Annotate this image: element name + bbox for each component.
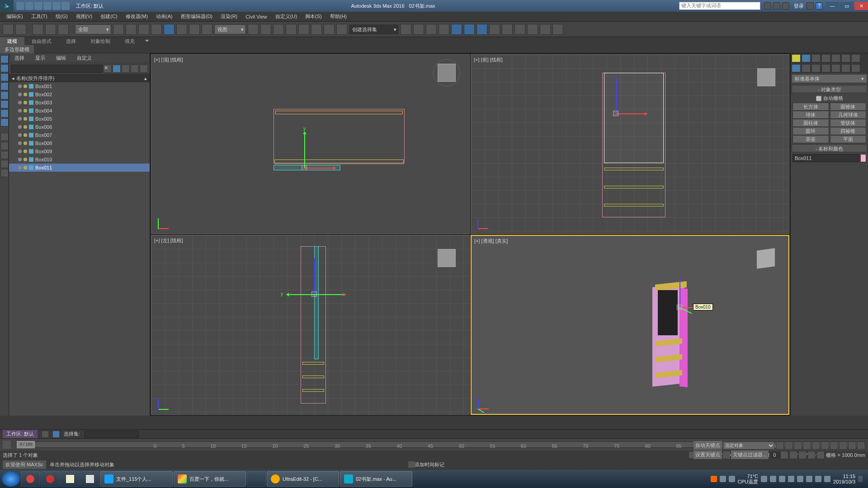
tray-icon-9[interactable] [806,476,812,482]
taskbar-pin-1[interactable] [21,471,40,487]
prev-frame-icon[interactable] [785,441,793,450]
mirror-icon[interactable] [401,24,411,35]
app-logo[interactable]: 3▸ [0,0,14,12]
qat-new-icon[interactable] [16,2,24,10]
ribbon-tab-selection[interactable]: 选择 [59,37,83,45]
lt-icon-12[interactable] [0,160,9,168]
select-name-icon[interactable] [126,24,137,35]
toggle-ribbon-icon[interactable] [451,24,462,35]
setkey-icon[interactable] [723,451,730,459]
render-frame-icon[interactable] [514,24,525,35]
close-button[interactable]: ✕ [854,2,868,10]
material-editor-icon[interactable] [489,24,500,35]
cp-color-swatch[interactable] [860,154,866,162]
viewport-front-label[interactable]: [+] [前] [线框] [474,56,503,63]
cp-primitive-圆环[interactable]: 圆环 [793,127,829,135]
render-icon[interactable] [527,24,538,35]
lt-icon-10[interactable] [0,142,9,150]
tray-icon-8[interactable] [797,476,803,482]
se-tab-edit[interactable]: 编辑 [51,53,71,63]
se-item-box007[interactable]: Box007 [9,131,150,139]
viewcube-top[interactable] [433,59,460,86]
cp-primitive-圆锥体[interactable]: 圆锥体 [830,103,867,111]
cp-name-input[interactable] [793,154,859,162]
se-item-box010[interactable]: Box010 [9,155,150,164]
nav-4-icon[interactable] [857,441,865,450]
ribbon-tab-populate[interactable]: 填充 [118,37,142,45]
cp-create-icon[interactable] [802,54,811,62]
render-prod-icon[interactable] [552,24,563,35]
qat-open-icon[interactable] [25,2,33,10]
layers-icon[interactable] [426,24,437,35]
show-desktop[interactable] [858,476,863,482]
se-item-box004[interactable]: Box004 [9,107,150,115]
qat-link-icon[interactable] [61,2,70,10]
cp-cameras-icon[interactable] [821,64,830,72]
user-icon[interactable] [782,2,789,9]
se-item-box001[interactable]: Box001 [9,82,150,90]
bind-icon[interactable] [58,24,69,35]
render-setup-icon[interactable] [502,24,513,35]
keyfilter-button[interactable]: 关键点过滤器... [731,450,769,459]
lt-icon-4[interactable] [0,82,9,90]
cp-rollout-objecttype[interactable]: - 对象类型 [792,85,867,93]
visibility-dot-icon[interactable] [18,141,22,145]
cp-autogrid-checkbox[interactable] [816,96,821,101]
workspace-label[interactable]: 工作区: 默认 [3,430,38,438]
timetag-icon[interactable] [408,461,415,468]
menu-group[interactable]: 组(G) [52,12,71,21]
snap-toggle-icon[interactable] [286,24,297,35]
cp-lights-icon[interactable] [811,64,821,72]
minimize-button[interactable]: — [826,2,839,10]
cp-primitive-几何球体[interactable]: 几何球体 [830,111,867,119]
menu-animation[interactable]: 动画(A) [152,12,176,21]
autokey-button[interactable]: 自动关键点 [693,441,722,450]
lt-icon-2[interactable] [0,64,9,72]
freeze-dot-icon[interactable] [24,133,27,137]
menu-create[interactable]: 创建(C) [97,12,121,21]
cp-primitive-四棱锥[interactable]: 四棱锥 [830,127,867,135]
current-frame[interactable]: 0 [769,452,779,458]
viewcube-left[interactable] [433,244,460,272]
se-item-box011[interactable]: Box011 [9,164,150,172]
select-scale-icon[interactable] [189,24,200,35]
maxscript-mini-listener[interactable]: 欢迎使用 MAXSc [3,460,46,469]
selection-filter-dropdown[interactable]: 全部 [75,24,111,34]
link-icon[interactable] [33,24,43,35]
nav-5-icon[interactable] [789,451,797,459]
taskbar-app-1[interactable]: 文件_115个人... [100,471,173,487]
se-tab-select[interactable]: 选择 [9,53,30,63]
viewport-left-label[interactable]: [+] [左] [线框] [154,237,183,244]
freeze-dot-icon[interactable] [24,117,27,121]
percent-snap-icon[interactable] [311,24,322,35]
next-frame-icon[interactable] [803,441,811,450]
tray-icon-3[interactable] [729,476,735,482]
select-manip-icon[interactable] [260,24,271,35]
taskbar-pin-3[interactable] [61,471,80,487]
lt-icon-13[interactable] [0,169,9,177]
cp-motion-icon[interactable] [831,54,840,62]
layers-icon[interactable] [42,431,48,437]
named-selset-dropdown[interactable]: 创建选择集 [349,24,399,34]
lt-icon-6[interactable] [0,100,9,108]
nav-2-icon[interactable] [839,441,847,450]
tray-clock[interactable]: 11:152019/10/3 [833,474,855,484]
se-object-tree[interactable]: Box001Box002Box003Box004Box005Box006Box0… [9,82,150,416]
visibility-dot-icon[interactable] [18,166,22,169]
start-button[interactable] [2,471,20,487]
cp-shapes-icon[interactable] [802,64,811,72]
freeze-dot-icon[interactable] [24,158,27,161]
freeze-dot-icon[interactable] [24,150,27,153]
lt-icon-1[interactable] [0,55,9,63]
visibility-dot-icon[interactable] [18,84,22,88]
cp-primitive-管状体[interactable]: 管状体 [830,119,867,127]
edit-selset-icon[interactable] [336,24,347,35]
taskbar-app-4[interactable]: UltraEdit-32 - [C... [267,471,339,487]
taskbar-app-5[interactable]: 02书架.max - Au... [340,471,412,487]
lt-icon-8[interactable] [0,118,9,127]
se-column-header[interactable]: ◂名称(按升序排序) ▴ [9,74,150,82]
menu-tools[interactable]: 工具(T) [28,12,51,21]
cp-primitive-长方体[interactable]: 长方体 [793,103,829,111]
refcoord-dropdown[interactable]: 视图 [214,24,246,34]
qat-save-icon[interactable] [34,2,42,10]
